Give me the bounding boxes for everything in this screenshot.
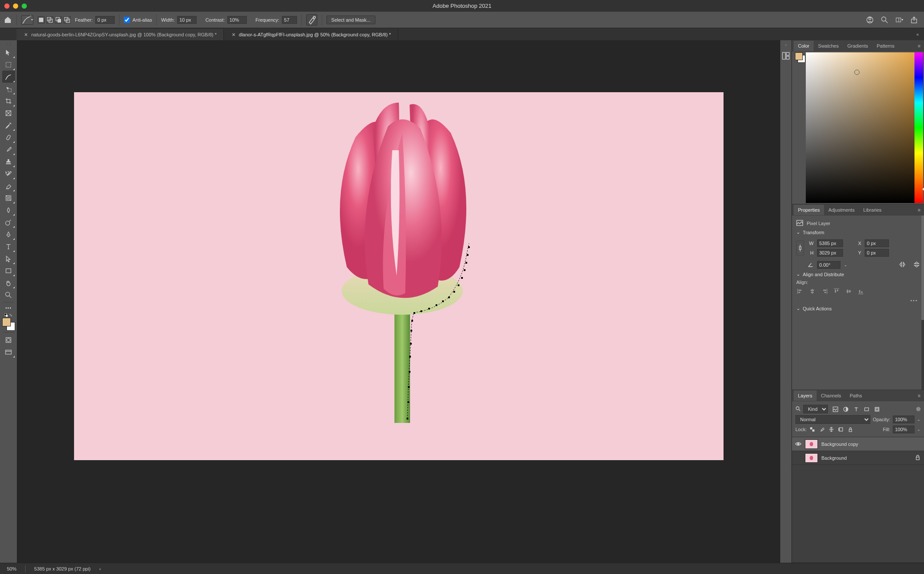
foreground-color-chip[interactable] <box>2 318 11 326</box>
panel-fg-color[interactable] <box>795 52 803 60</box>
tab-swatches[interactable]: Swatches <box>814 41 843 51</box>
filter-shape[interactable] <box>863 406 869 412</box>
width-input[interactable] <box>177 16 197 24</box>
layer-row-0[interactable]: Background copy <box>792 437 924 451</box>
share-icon[interactable] <box>910 16 918 24</box>
doc-dimensions[interactable]: 5385 px x 3029 px (72 ppi) <box>34 566 90 571</box>
fill-input[interactable] <box>893 426 914 433</box>
selection-new[interactable] <box>38 16 45 23</box>
swap-colors[interactable] <box>9 313 13 316</box>
lock-pixels[interactable] <box>819 426 825 432</box>
move-tool[interactable] <box>2 46 15 58</box>
healing-tool[interactable] <box>2 131 15 143</box>
filter-type[interactable] <box>853 406 859 412</box>
flip-h-icon[interactable] <box>899 261 906 268</box>
layer-visibility-1[interactable] <box>795 455 801 461</box>
filter-smart[interactable] <box>874 406 880 412</box>
align-section-head[interactable]: Align and Distribute <box>796 271 920 277</box>
crop-tool[interactable] <box>2 95 15 107</box>
layer-name-0[interactable]: Background copy <box>821 442 921 447</box>
feather-input[interactable] <box>95 16 115 24</box>
layer-thumb-0[interactable] <box>805 439 818 449</box>
fill-dropdown[interactable]: ⌄ <box>917 427 921 432</box>
blur-tool[interactable] <box>2 204 15 216</box>
document-tab-0[interactable]: × natural-goods-berlin-L6NP4ZGnpSY-unspl… <box>16 29 224 40</box>
close-window[interactable] <box>4 3 10 9</box>
pen-pressure-toggle[interactable] <box>306 14 317 26</box>
link-wh-icon[interactable] <box>796 241 804 255</box>
tab-libraries[interactable]: Libraries <box>859 205 886 215</box>
tab-close-1[interactable]: × <box>232 31 235 38</box>
color-chips[interactable] <box>2 318 15 331</box>
document-tab-1[interactable]: × dlanor-s-ATgfRqpFfFI-unsplash.jpg @ 50… <box>224 29 398 40</box>
tab-adjustments[interactable]: Adjustments <box>824 205 859 215</box>
tab-paths[interactable]: Paths <box>846 390 866 401</box>
tab-gradients[interactable]: Gradients <box>843 41 872 51</box>
workspace-icon[interactable]: ▾ <box>895 16 903 24</box>
tab-properties[interactable]: Properties <box>794 205 824 215</box>
transform-section-head[interactable]: Transform <box>796 229 920 235</box>
lock-position[interactable] <box>828 426 834 432</box>
angle-dropdown[interactable]: ⌄ <box>844 263 847 267</box>
tab-close-0[interactable]: × <box>24 31 28 38</box>
align-right[interactable] <box>821 287 828 295</box>
current-tool-icon[interactable]: ▾ <box>21 15 33 25</box>
eyedropper-tool[interactable] <box>2 119 15 131</box>
filter-pixel[interactable] <box>832 406 838 412</box>
flip-v-icon[interactable] <box>914 261 920 269</box>
selection-intersect[interactable] <box>64 16 71 23</box>
opacity-input[interactable] <box>893 416 914 423</box>
layer-thumb-1[interactable] <box>805 453 818 463</box>
minimize-window[interactable] <box>13 3 18 9</box>
tools-handle[interactable]: ⋮⋮ <box>2 42 15 45</box>
quick-select-tool[interactable] <box>2 83 15 95</box>
w-input[interactable] <box>817 239 843 247</box>
hue-slider[interactable] <box>914 52 923 203</box>
frame-tool[interactable] <box>2 107 15 119</box>
quick-actions-head[interactable]: Quick Actions <box>796 306 920 311</box>
brush-tool[interactable] <box>2 143 15 155</box>
props-scrollbar[interactable] <box>921 216 924 390</box>
layer-name-1[interactable]: Background <box>821 455 912 461</box>
angle-input[interactable] <box>817 261 840 269</box>
align-more[interactable]: ••• <box>796 298 920 303</box>
y-input[interactable] <box>865 249 889 257</box>
color-indicator[interactable] <box>854 70 859 75</box>
lasso-tool[interactable] <box>2 71 15 83</box>
hue-indicator[interactable] <box>922 187 924 191</box>
tab-patterns[interactable]: Patterns <box>872 41 899 51</box>
tab-layers[interactable]: Layers <box>794 390 817 401</box>
align-vcenter[interactable] <box>845 287 853 295</box>
select-and-mask-button[interactable]: Select and Mask... <box>326 16 375 24</box>
eraser-tool[interactable] <box>2 180 15 192</box>
props-panel-menu[interactable]: ≡ <box>918 207 924 213</box>
align-top[interactable] <box>833 287 840 295</box>
selection-subtract[interactable] <box>55 16 62 23</box>
zoom-tool[interactable] <box>2 289 15 301</box>
align-left[interactable] <box>796 287 804 295</box>
type-tool[interactable] <box>2 240 15 252</box>
dock-icon-1[interactable] <box>782 52 790 60</box>
zoom-level[interactable]: 50% <box>7 566 16 571</box>
quick-mask-toggle[interactable] <box>2 334 15 346</box>
color-field[interactable] <box>806 52 914 203</box>
frequency-input[interactable] <box>282 16 297 24</box>
layer-visibility-0[interactable] <box>795 441 801 448</box>
tab-channels[interactable]: Channels <box>817 390 845 401</box>
lock-all[interactable] <box>847 426 853 432</box>
document-canvas[interactable] <box>74 92 724 460</box>
tab-color[interactable]: Color <box>794 41 814 51</box>
marquee-tool[interactable] <box>2 58 15 71</box>
stamp-tool[interactable] <box>2 155 15 168</box>
h-input[interactable] <box>817 249 843 257</box>
opacity-dropdown[interactable]: ⌄ <box>917 417 921 422</box>
selection-add[interactable] <box>46 16 53 23</box>
pen-tool[interactable] <box>2 228 15 240</box>
color-panel-chips[interactable] <box>795 52 805 63</box>
edit-toolbar[interactable]: ••• <box>2 304 15 312</box>
x-input[interactable] <box>865 239 889 247</box>
status-chevron[interactable]: › <box>99 566 101 571</box>
color-panel-menu[interactable]: ≡ <box>918 43 924 48</box>
default-colors[interactable] <box>4 313 8 316</box>
layer-filter-kind[interactable]: Kind <box>803 405 828 413</box>
